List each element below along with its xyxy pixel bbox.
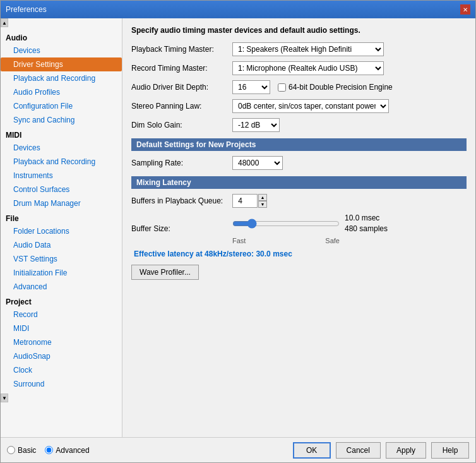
- radio-basic-input[interactable]: [7, 446, 15, 454]
- preferences-window: Preferences ✕ ▲ Audio Devices Driver Set…: [0, 0, 476, 463]
- effective-latency-value: 30.0 msec: [256, 250, 292, 258]
- safe-label: Safe: [325, 237, 340, 244]
- close-button[interactable]: ✕: [460, 4, 470, 15]
- sidebar-item-devices-midi[interactable]: Devices: [1, 141, 122, 155]
- playback-timing-master-row: Playback Timing Master: 1: Speakers (Rea…: [131, 42, 467, 56]
- audio-driver-bit-depth-select[interactable]: 16 24 32: [232, 80, 270, 94]
- sidebar-item-drum-map-manager[interactable]: Drum Map Manager: [1, 196, 122, 210]
- sidebar-item-record[interactable]: Record: [1, 308, 122, 322]
- buffers-in-queue-input[interactable]: [232, 194, 258, 208]
- stereo-panning-law-label: Stereo Panning Law:: [131, 102, 232, 111]
- bottom-button-group: OK Cancel Apply Help: [293, 442, 469, 459]
- sampling-rate-label: Sampling Rate:: [131, 159, 232, 167]
- apply-button[interactable]: Apply: [386, 442, 426, 459]
- sidebar-item-initialization-file[interactable]: Initialization File: [1, 266, 122, 280]
- sidebar-item-devices-audio[interactable]: Devices: [1, 44, 122, 57]
- content-area: ▲ Audio Devices Driver Settings Playback…: [1, 18, 475, 437]
- cancel-button[interactable]: Cancel: [336, 442, 381, 459]
- section-header-project: Project: [1, 294, 122, 308]
- sampling-rate-select[interactable]: 48000 44100 96000: [232, 156, 283, 170]
- slider-labels: Fast Safe: [232, 237, 340, 244]
- buffers-decrement-button[interactable]: ▼: [258, 201, 267, 208]
- audio-driver-bit-depth-label: Audio Driver Bit Depth:: [131, 83, 232, 92]
- ok-button[interactable]: OK: [293, 442, 331, 459]
- sampling-rate-row: Sampling Rate: 48000 44100 96000: [131, 156, 467, 170]
- default-settings-banner: Default Settings for New Projects: [131, 138, 467, 151]
- sidebar-scroll-area: Audio Devices Driver Settings Playback a…: [1, 27, 122, 394]
- sidebar-item-instruments[interactable]: Instruments: [1, 169, 122, 183]
- buffer-slider-info: 10.0 msec 480 samples: [345, 213, 388, 234]
- section-header-midi: MIDI: [1, 127, 122, 141]
- scroll-down-arrow[interactable]: ▼: [1, 394, 8, 402]
- effective-latency-label: Effective latency at 48kHz/stereo:: [134, 250, 254, 258]
- dim-solo-gain-control: -12 dB -6 dB -18 dB: [232, 118, 467, 132]
- sidebar-item-metronome[interactable]: Metronome: [1, 335, 122, 349]
- sidebar-item-audiosnap[interactable]: AudioSnap: [1, 349, 122, 363]
- buffer-slider-row: 10.0 msec 480 samples: [232, 213, 467, 234]
- sidebar-item-playback-recording-audio[interactable]: Playback and Recording: [1, 71, 122, 85]
- dim-solo-gain-row: Dim Solo Gain: -12 dB -6 dB -18 dB: [131, 118, 467, 132]
- buffer-size-label: Buffer Size:: [131, 224, 232, 233]
- bottom-bar: Basic Advanced OK Cancel Apply Help: [1, 437, 475, 462]
- dim-solo-gain-label: Dim Solo Gain:: [131, 121, 232, 129]
- stereo-panning-law-select[interactable]: 0dB center, sin/cos taper, constant powe…: [232, 99, 389, 113]
- sampling-rate-control: 48000 44100 96000: [232, 156, 467, 170]
- stereo-panning-law-control: 0dB center, sin/cos taper, constant powe…: [232, 99, 467, 113]
- section-header-file: File: [1, 210, 122, 224]
- record-timing-master-row: Record Timing Master: 1: Microphone (Rea…: [131, 61, 467, 75]
- buffers-spinner-buttons: ▲ ▼: [258, 194, 267, 208]
- buffer-samples: 480 samples: [345, 224, 388, 234]
- radio-basic-label: Basic: [18, 446, 36, 455]
- section-header-audio: Audio: [1, 30, 122, 44]
- help-button[interactable]: Help: [431, 442, 469, 459]
- buffers-in-queue-row: Buffers in Playback Queue: ▲ ▼: [131, 194, 467, 208]
- sidebar-item-playback-recording-midi[interactable]: Playback and Recording: [1, 155, 122, 169]
- sidebar-item-driver-settings[interactable]: Driver Settings: [1, 57, 122, 71]
- buffer-slider-container: [232, 219, 340, 229]
- main-description: Specify audio timing master devices and …: [131, 26, 467, 35]
- buffers-in-queue-label: Buffers in Playback Queue:: [131, 196, 232, 205]
- audio-driver-bit-depth-control: 16 24 32 64-bit Double Precision Engine: [232, 80, 467, 94]
- sidebar-item-sync-and-caching[interactable]: Sync and Caching: [1, 113, 122, 127]
- buffer-size-control: 10.0 msec 480 samples Fast Safe: [232, 213, 467, 244]
- title-bar: Preferences ✕: [1, 1, 475, 18]
- buffer-msec: 10.0 msec: [345, 213, 388, 224]
- mixing-latency-banner: Mixing Latency: [131, 176, 467, 189]
- effective-latency-row: Effective latency at 48kHz/stereo: 30.0 …: [134, 250, 467, 258]
- sidebar-item-vst-settings[interactable]: VST Settings: [1, 252, 122, 266]
- buffer-size-slider[interactable]: [232, 219, 340, 229]
- sidebar-item-audio-data[interactable]: Audio Data: [1, 238, 122, 252]
- radio-advanced-input[interactable]: [45, 446, 53, 454]
- window-title: Preferences: [6, 5, 47, 14]
- sidebar-item-midi-project[interactable]: MIDI: [1, 322, 122, 335]
- record-timing-master-control: 1: Microphone (Realtek Audio USB): [232, 61, 467, 75]
- main-panel: Specify audio timing master devices and …: [122, 18, 475, 437]
- radio-basic-option[interactable]: Basic: [7, 446, 36, 455]
- sidebar-item-audio-profiles[interactable]: Audio Profiles: [1, 85, 122, 99]
- audio-driver-bit-depth-row: Audio Driver Bit Depth: 16 24 32 64-bit …: [131, 80, 467, 94]
- sidebar-item-advanced-file[interactable]: Advanced: [1, 280, 122, 294]
- sidebar-item-control-surfaces[interactable]: Control Surfaces: [1, 183, 122, 196]
- bit-depth-64-checkbox[interactable]: [278, 83, 286, 92]
- playback-timing-master-select[interactable]: 1: Speakers (Realtek High Definiti: [232, 42, 384, 56]
- sidebar-item-clock[interactable]: Clock: [1, 363, 122, 377]
- bit-depth-checkbox-row: 64-bit Double Precision Engine: [278, 83, 393, 92]
- sidebar-item-configuration-file[interactable]: Configuration File: [1, 99, 122, 113]
- sidebar: ▲ Audio Devices Driver Settings Playback…: [1, 18, 122, 437]
- bit-depth-64-label: 64-bit Double Precision Engine: [289, 83, 393, 92]
- sidebar-item-folder-locations[interactable]: Folder Locations: [1, 224, 122, 238]
- radio-advanced-label: Advanced: [56, 446, 89, 455]
- playback-timing-master-control: 1: Speakers (Realtek High Definiti: [232, 42, 467, 56]
- playback-timing-master-label: Playback Timing Master:: [131, 45, 232, 54]
- record-timing-master-select[interactable]: 1: Microphone (Realtek Audio USB): [232, 61, 384, 75]
- wave-profiler-button[interactable]: Wave Profiler...: [131, 265, 199, 280]
- dim-solo-gain-select[interactable]: -12 dB -6 dB -18 dB: [232, 118, 280, 132]
- fast-label: Fast: [232, 237, 246, 244]
- buffer-size-row: Buffer Size: 10.0 msec 480 samples Fast: [131, 213, 467, 244]
- radio-advanced-option[interactable]: Advanced: [45, 446, 89, 455]
- scroll-up-arrow[interactable]: ▲: [1, 18, 8, 27]
- record-timing-master-label: Record Timing Master:: [131, 64, 232, 73]
- buffers-increment-button[interactable]: ▲: [258, 194, 267, 201]
- sidebar-item-surround[interactable]: Surround: [1, 377, 122, 391]
- stereo-panning-law-row: Stereo Panning Law: 0dB center, sin/cos …: [131, 99, 467, 113]
